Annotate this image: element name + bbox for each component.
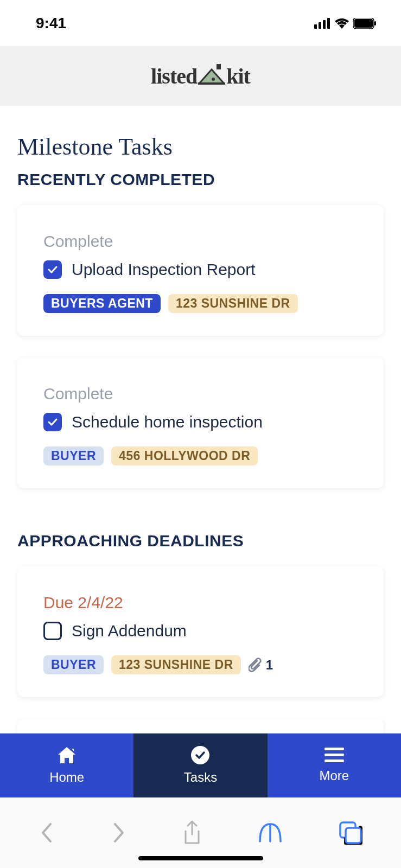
nav-more[interactable]: More (268, 733, 401, 797)
status-bar: 9:41 (0, 0, 401, 46)
brand-logo: listed kit (151, 63, 250, 89)
app-header: listed kit (0, 46, 401, 106)
task-title: Schedule home inspection (72, 413, 263, 431)
wifi-icon (335, 18, 349, 29)
task-card[interactable]: Due 2/4/22 Sign Addendum BUYER 123 SUNSH… (17, 566, 384, 697)
address-tag: 123 SUNSHINE DR (168, 294, 298, 313)
paperclip-icon (249, 658, 263, 673)
bottom-nav: Home Tasks More (0, 733, 401, 797)
task-row: Sign Addendum (43, 622, 358, 640)
brand-text-1: listed (151, 63, 197, 89)
tag-row: BUYERS AGENT 123 SUNSHINE DR (43, 294, 358, 313)
task-title: Upload Inspection Report (72, 260, 256, 279)
svg-rect-14 (324, 748, 344, 750)
svg-rect-16 (324, 760, 344, 762)
svg-rect-11 (217, 64, 221, 69)
tabs-icon[interactable] (339, 821, 362, 845)
status-indicators (314, 18, 376, 29)
task-card[interactable]: Due 2/7/22 (17, 719, 384, 733)
status-time: 9:41 (36, 15, 66, 32)
home-indicator[interactable] (138, 856, 263, 860)
signal-icon (314, 18, 330, 29)
svg-point-12 (212, 78, 215, 81)
svg-rect-2 (323, 20, 326, 29)
role-tag: BUYER (43, 655, 104, 674)
svg-point-13 (191, 746, 209, 764)
check-icon (47, 264, 58, 275)
task-status: Complete (43, 385, 358, 403)
nav-tasks[interactable]: Tasks (133, 733, 267, 797)
nav-label: Tasks (184, 770, 217, 785)
brand-text-2: kit (226, 63, 250, 89)
battery-icon (353, 18, 376, 29)
task-row: Schedule home inspection (43, 413, 358, 431)
svg-rect-6 (374, 21, 376, 25)
attachment-indicator[interactable]: 1 (249, 658, 273, 673)
share-icon[interactable] (182, 820, 202, 845)
nav-label: More (319, 768, 349, 783)
checkbox-checked[interactable] (43, 413, 62, 431)
task-due: Due 2/4/22 (43, 593, 358, 612)
menu-icon (324, 748, 344, 763)
task-row: Upload Inspection Report (43, 260, 358, 279)
task-title: Sign Addendum (72, 622, 187, 640)
address-tag: 456 HOLLYWOOD DR (111, 446, 258, 465)
svg-rect-18 (346, 828, 361, 843)
checkbox-checked[interactable] (43, 260, 62, 279)
bookmarks-icon[interactable] (258, 822, 283, 844)
task-card[interactable]: Complete Schedule home inspection BUYER … (17, 358, 384, 488)
page-title: Milestone Tasks (17, 133, 384, 161)
back-icon[interactable] (39, 822, 55, 844)
attachment-count: 1 (266, 658, 273, 673)
svg-rect-5 (354, 19, 373, 28)
brand-house-icon (198, 64, 225, 88)
svg-marker-8 (199, 69, 224, 84)
tag-row: BUYER 123 SUNSHINE DR 1 (43, 655, 358, 674)
tag-row: BUYER 456 HOLLYWOOD DR (43, 446, 358, 465)
nav-home[interactable]: Home (0, 733, 133, 797)
svg-rect-0 (314, 24, 317, 29)
address-tag: 123 SUNSHINE DR (111, 655, 241, 674)
check-icon (47, 417, 58, 427)
role-tag: BUYERS AGENT (43, 294, 161, 313)
checkbox-unchecked[interactable] (43, 622, 62, 640)
svg-rect-15 (324, 754, 344, 756)
svg-rect-1 (319, 22, 321, 29)
svg-rect-3 (327, 18, 330, 29)
task-card[interactable]: Complete Upload Inspection Report BUYERS… (17, 205, 384, 336)
task-status: Complete (43, 232, 358, 251)
section-approaching-deadlines: APPROACHING DEADLINES (17, 532, 384, 550)
forward-icon[interactable] (111, 822, 127, 844)
nav-label: Home (49, 770, 84, 785)
main-content: Milestone Tasks RECENTLY COMPLETED Compl… (0, 106, 401, 733)
home-icon (56, 746, 77, 764)
role-tag: BUYER (43, 446, 104, 465)
check-circle-icon (191, 746, 209, 764)
section-recently-completed: RECENTLY COMPLETED (17, 170, 384, 189)
